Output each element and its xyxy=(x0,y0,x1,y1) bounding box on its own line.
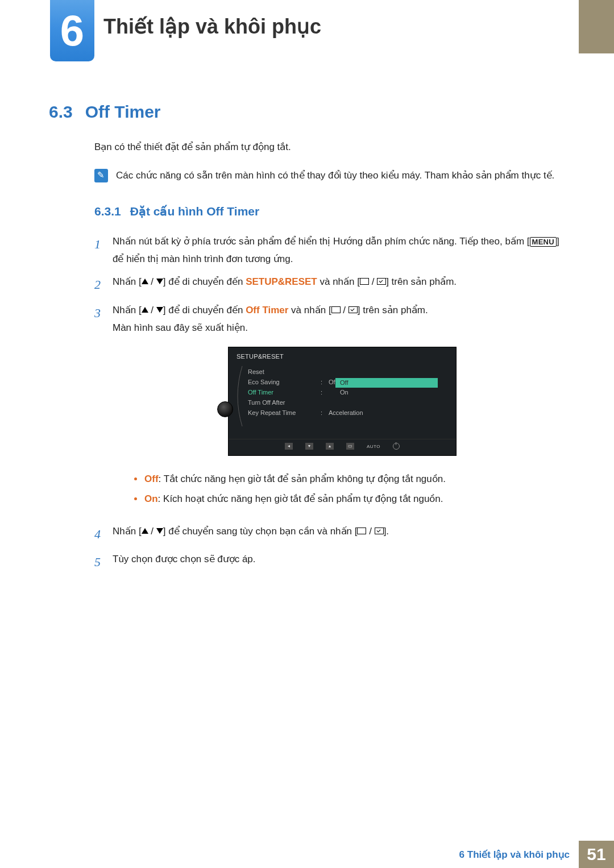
side-accent-bar xyxy=(579,0,614,53)
step-number: 2 xyxy=(94,273,113,296)
enter-icon xyxy=(377,278,386,285)
step-5: 5 Tùy chọn được chọn sẽ được áp. xyxy=(94,551,572,574)
step-number: 4 xyxy=(94,523,113,546)
footer-page-number: 51 xyxy=(579,841,614,868)
step-1: 1 Nhấn nút bất kỳ ở phía trước sản phẩm … xyxy=(94,233,572,268)
step-body: Nhấn [ / ] để di chuyển đến SETUP&RESET … xyxy=(113,273,572,291)
page-footer: 6 Thiết lập và khôi phục 51 xyxy=(459,841,614,868)
bullet-on: On: Kích hoạt chức năng hẹn giờ tắt để s… xyxy=(132,491,572,508)
arrow-up-icon xyxy=(142,307,148,313)
arrow-up-icon xyxy=(142,528,148,534)
osd-screenshot: SETUP&RESET Reset xyxy=(113,347,572,456)
section-intro: Bạn có thể thiết đặt để sản phẩm tự động… xyxy=(94,141,572,153)
chapter-title: Thiết lập và khôi phục xyxy=(103,15,321,39)
source-icon xyxy=(331,306,341,313)
subsection-title: Đặt cấu hình Off Timer xyxy=(130,205,259,218)
osd-dropdown: Off On xyxy=(335,378,438,397)
step-3-subtext: Màn hình sau đây sẽ xuất hiện. xyxy=(113,319,572,337)
arrow-down-icon xyxy=(156,307,163,313)
steps-list: 1 Nhấn nút bất kỳ ở phía trước sản phẩm … xyxy=(94,233,572,574)
osd-option-off: Off xyxy=(335,378,438,388)
osd-panel: SETUP&RESET Reset xyxy=(228,347,457,456)
step-number: 1 xyxy=(94,233,113,256)
pencil-note-icon xyxy=(94,169,108,182)
enter-icon xyxy=(349,306,358,313)
subsection-number: 6.3.1 xyxy=(94,205,121,218)
osd-row-reset: Reset xyxy=(244,367,450,377)
enter-icon xyxy=(375,528,384,534)
osd-back-icon: ◂ xyxy=(285,443,293,450)
osd-footer-icons: ◂ ▾ ▴ ▭ AUTO xyxy=(229,439,456,455)
step-3: 3 Nhấn [ / ] để di chuyển đến Off Timer … xyxy=(94,302,572,517)
section-number: 6.3 xyxy=(49,102,73,121)
page: 6 Thiết lập và khôi phục 6.3Off Timer Bạ… xyxy=(0,0,614,868)
osd-row-turn-off-after: Turn Off After xyxy=(244,398,450,408)
osd-option-on: On xyxy=(335,388,438,397)
osd-source-icon: ▭ xyxy=(346,443,354,450)
step-body: Nhấn nút bất kỳ ở phía trước sản phẩm để… xyxy=(113,233,572,268)
note-text: Các chức năng có sẵn trên màn hình có th… xyxy=(116,168,554,183)
section-heading: 6.3Off Timer xyxy=(49,102,572,122)
step-body: Nhấn [ / ] để chuyển sang tùy chọn bạn c… xyxy=(113,523,572,541)
chapter-number-badge: 6 xyxy=(50,0,94,61)
subsection-heading: 6.3.1Đặt cấu hình Off Timer xyxy=(94,205,572,218)
option-bullets: Off: Tắt chức năng hẹn giờ tắt để sản ph… xyxy=(132,471,572,508)
step-2: 2 Nhấn [ / ] để di chuyển đến SETUP&RESE… xyxy=(94,273,572,296)
source-icon xyxy=(360,278,369,285)
step-4: 4 Nhấn [ / ] để chuyển sang tùy chọn bạn… xyxy=(94,523,572,546)
osd-menu-list: Reset Eco Saving:Off Off Timer: xyxy=(244,367,450,429)
note: Các chức năng có sẵn trên màn hình có th… xyxy=(94,168,572,183)
source-icon xyxy=(357,528,366,534)
osd-curve-decoration xyxy=(232,367,243,429)
bullet-off: Off: Tắt chức năng hẹn giờ tắt để sản ph… xyxy=(132,471,572,488)
osd-auto-label: AUTO xyxy=(367,443,380,451)
highlight-setup-reset: SETUP&RESET xyxy=(246,276,317,287)
arrow-up-icon xyxy=(142,279,148,284)
arrow-down-icon xyxy=(156,528,163,534)
osd-up-icon: ▴ xyxy=(326,443,334,450)
osd-power-icon xyxy=(393,443,400,450)
step-body: Nhấn [ / ] để di chuyển đến Off Timer và… xyxy=(113,302,572,517)
step-body: Tùy chọn được chọn sẽ được áp. xyxy=(113,551,572,568)
arrow-down-icon xyxy=(156,279,163,284)
content: 6.3Off Timer Bạn có thể thiết đặt để sản… xyxy=(49,102,572,579)
step-number: 5 xyxy=(94,551,113,574)
step-number: 3 xyxy=(94,302,113,325)
highlight-off-timer: Off Timer xyxy=(246,305,288,315)
osd-down-icon: ▾ xyxy=(305,443,313,450)
osd-row-key-repeat-time: Key Repeat Time:Acceleration xyxy=(244,408,450,418)
dial-icon xyxy=(217,401,233,417)
menu-key-icon: MENU xyxy=(530,237,557,247)
footer-chapter-text: 6 Thiết lập và khôi phục xyxy=(459,849,570,861)
section-title: Off Timer xyxy=(85,102,161,121)
osd-header: SETUP&RESET xyxy=(229,347,456,365)
